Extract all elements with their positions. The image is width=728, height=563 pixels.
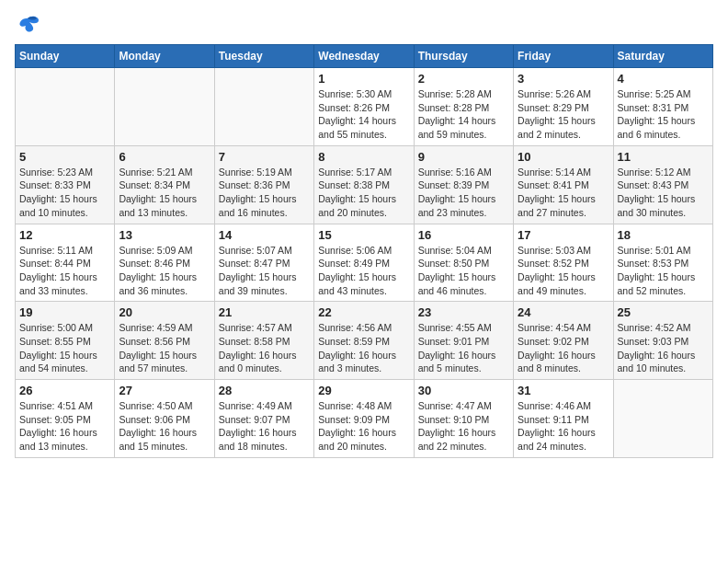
calendar-cell: 2Sunrise: 5:28 AM Sunset: 8:28 PM Daylig… — [414, 68, 513, 146]
day-number: 10 — [518, 150, 609, 164]
day-number: 31 — [518, 384, 609, 397]
day-info: Sunrise: 4:49 AM Sunset: 9:07 PM Dayligh… — [219, 399, 310, 454]
day-info: Sunrise: 4:48 AM Sunset: 9:09 PM Dayligh… — [318, 399, 409, 454]
day-number: 30 — [418, 384, 509, 397]
calendar-cell: 21Sunrise: 4:57 AM Sunset: 8:58 PM Dayli… — [214, 302, 313, 380]
day-number: 19 — [19, 305, 110, 319]
calendar-cell: 14Sunrise: 5:07 AM Sunset: 8:47 PM Dayli… — [214, 224, 313, 302]
day-number: 5 — [19, 150, 110, 164]
calendar-cell: 12Sunrise: 5:11 AM Sunset: 8:44 PM Dayli… — [16, 224, 115, 302]
day-info: Sunrise: 5:09 AM Sunset: 8:46 PM Dayligh… — [119, 244, 210, 298]
day-info: Sunrise: 5:16 AM Sunset: 8:39 PM Dayligh… — [418, 166, 509, 220]
calendar-cell — [115, 68, 214, 146]
calendar-cell: 1Sunrise: 5:30 AM Sunset: 8:26 PM Daylig… — [314, 68, 414, 146]
calendar-cell — [16, 68, 115, 146]
calendar-cell: 5Sunrise: 5:23 AM Sunset: 8:33 PM Daylig… — [16, 145, 115, 224]
day-info: Sunrise: 5:06 AM Sunset: 8:49 PM Dayligh… — [318, 244, 409, 298]
header-wednesday: Wednesday — [314, 45, 414, 68]
day-number: 29 — [318, 384, 409, 397]
day-number: 14 — [219, 228, 310, 242]
header-sunday: Sunday — [16, 45, 115, 68]
day-info: Sunrise: 5:07 AM Sunset: 8:47 PM Dayligh… — [219, 244, 310, 298]
day-number: 20 — [119, 305, 210, 319]
week-row-4: 19Sunrise: 5:00 AM Sunset: 8:55 PM Dayli… — [16, 302, 713, 380]
day-info: Sunrise: 5:26 AM Sunset: 8:29 PM Dayligh… — [518, 87, 609, 142]
calendar-cell: 18Sunrise: 5:01 AM Sunset: 8:53 PM Dayli… — [613, 224, 712, 302]
header-friday: Friday — [514, 45, 613, 68]
header-monday: Monday — [115, 45, 214, 68]
calendar-table: SundayMondayTuesdayWednesdayThursdayFrid… — [15, 44, 713, 458]
calendar-cell: 23Sunrise: 4:55 AM Sunset: 9:01 PM Dayli… — [414, 302, 513, 380]
day-info: Sunrise: 5:30 AM Sunset: 8:26 PM Dayligh… — [318, 87, 409, 142]
day-info: Sunrise: 4:57 AM Sunset: 8:58 PM Dayligh… — [219, 321, 310, 375]
calendar-cell: 6Sunrise: 5:21 AM Sunset: 8:34 PM Daylig… — [115, 145, 214, 224]
day-info: Sunrise: 4:47 AM Sunset: 9:10 PM Dayligh… — [418, 399, 509, 454]
calendar-cell: 27Sunrise: 4:50 AM Sunset: 9:06 PM Dayli… — [115, 380, 214, 458]
day-info: Sunrise: 5:14 AM Sunset: 8:41 PM Dayligh… — [518, 166, 609, 220]
day-info: Sunrise: 4:51 AM Sunset: 9:05 PM Dayligh… — [19, 399, 110, 454]
day-info: Sunrise: 4:52 AM Sunset: 9:03 PM Dayligh… — [618, 321, 709, 375]
calendar-cell: 4Sunrise: 5:25 AM Sunset: 8:31 PM Daylig… — [613, 68, 712, 146]
calendar-cell: 22Sunrise: 4:56 AM Sunset: 8:59 PM Dayli… — [314, 302, 414, 380]
calendar-cell: 30Sunrise: 4:47 AM Sunset: 9:10 PM Dayli… — [414, 380, 513, 458]
day-number: 13 — [119, 228, 210, 242]
day-number: 26 — [19, 384, 110, 397]
week-row-1: 1Sunrise: 5:30 AM Sunset: 8:26 PM Daylig… — [16, 68, 713, 146]
logo — [15, 15, 44, 37]
week-row-3: 12Sunrise: 5:11 AM Sunset: 8:44 PM Dayli… — [16, 224, 713, 302]
calendar-cell: 24Sunrise: 4:54 AM Sunset: 9:02 PM Dayli… — [514, 302, 613, 380]
day-number: 24 — [518, 305, 609, 319]
day-number: 7 — [219, 150, 310, 164]
calendar-cell: 10Sunrise: 5:14 AM Sunset: 8:41 PM Dayli… — [514, 145, 613, 224]
day-info: Sunrise: 4:56 AM Sunset: 8:59 PM Dayligh… — [318, 321, 409, 375]
day-number: 27 — [119, 384, 210, 397]
day-info: Sunrise: 5:00 AM Sunset: 8:55 PM Dayligh… — [19, 321, 110, 375]
day-info: Sunrise: 5:01 AM Sunset: 8:53 PM Dayligh… — [618, 244, 709, 298]
day-number: 21 — [219, 305, 310, 319]
calendar-cell: 15Sunrise: 5:06 AM Sunset: 8:49 PM Dayli… — [314, 224, 414, 302]
day-info: Sunrise: 5:21 AM Sunset: 8:34 PM Dayligh… — [119, 166, 210, 220]
day-number: 8 — [318, 150, 409, 164]
calendar-cell: 11Sunrise: 5:12 AM Sunset: 8:43 PM Dayli… — [613, 145, 712, 224]
day-number: 15 — [318, 228, 409, 242]
calendar-cell: 31Sunrise: 4:46 AM Sunset: 9:11 PM Dayli… — [514, 380, 613, 458]
day-info: Sunrise: 4:50 AM Sunset: 9:06 PM Dayligh… — [119, 399, 210, 454]
calendar-cell: 28Sunrise: 4:49 AM Sunset: 9:07 PM Dayli… — [214, 380, 313, 458]
day-number: 4 — [618, 72, 709, 86]
day-info: Sunrise: 5:28 AM Sunset: 8:28 PM Dayligh… — [418, 87, 509, 142]
logo-icon — [15, 15, 40, 37]
day-info: Sunrise: 4:54 AM Sunset: 9:02 PM Dayligh… — [518, 321, 609, 375]
day-number: 25 — [618, 305, 709, 319]
day-number: 6 — [119, 150, 210, 164]
day-number: 16 — [418, 228, 509, 242]
day-number: 11 — [618, 150, 709, 164]
week-row-2: 5Sunrise: 5:23 AM Sunset: 8:33 PM Daylig… — [16, 145, 713, 224]
calendar-cell: 7Sunrise: 5:19 AM Sunset: 8:36 PM Daylig… — [214, 145, 313, 224]
day-number: 1 — [318, 72, 409, 86]
day-info: Sunrise: 5:12 AM Sunset: 8:43 PM Dayligh… — [618, 166, 709, 220]
day-number: 28 — [219, 384, 310, 397]
day-info: Sunrise: 5:17 AM Sunset: 8:38 PM Dayligh… — [318, 166, 409, 220]
day-info: Sunrise: 5:11 AM Sunset: 8:44 PM Dayligh… — [19, 244, 110, 298]
header-tuesday: Tuesday — [214, 45, 313, 68]
day-info: Sunrise: 5:25 AM Sunset: 8:31 PM Dayligh… — [618, 87, 709, 142]
page-header — [15, 15, 713, 37]
day-number: 12 — [19, 228, 110, 242]
day-number: 18 — [618, 228, 709, 242]
day-number: 9 — [418, 150, 509, 164]
day-number: 3 — [518, 72, 609, 86]
week-row-5: 26Sunrise: 4:51 AM Sunset: 9:05 PM Dayli… — [16, 380, 713, 458]
calendar-cell: 19Sunrise: 5:00 AM Sunset: 8:55 PM Dayli… — [16, 302, 115, 380]
calendar-cell — [214, 68, 313, 146]
calendar-cell: 13Sunrise: 5:09 AM Sunset: 8:46 PM Dayli… — [115, 224, 214, 302]
day-number: 2 — [418, 72, 509, 86]
calendar-cell — [613, 380, 712, 458]
day-number: 17 — [518, 228, 609, 242]
day-info: Sunrise: 5:19 AM Sunset: 8:36 PM Dayligh… — [219, 166, 310, 220]
day-number: 23 — [418, 305, 509, 319]
day-info: Sunrise: 4:55 AM Sunset: 9:01 PM Dayligh… — [418, 321, 509, 375]
calendar-cell: 29Sunrise: 4:48 AM Sunset: 9:09 PM Dayli… — [314, 380, 414, 458]
day-info: Sunrise: 4:46 AM Sunset: 9:11 PM Dayligh… — [518, 399, 609, 454]
calendar-cell: 9Sunrise: 5:16 AM Sunset: 8:39 PM Daylig… — [414, 145, 513, 224]
header-saturday: Saturday — [613, 45, 712, 68]
